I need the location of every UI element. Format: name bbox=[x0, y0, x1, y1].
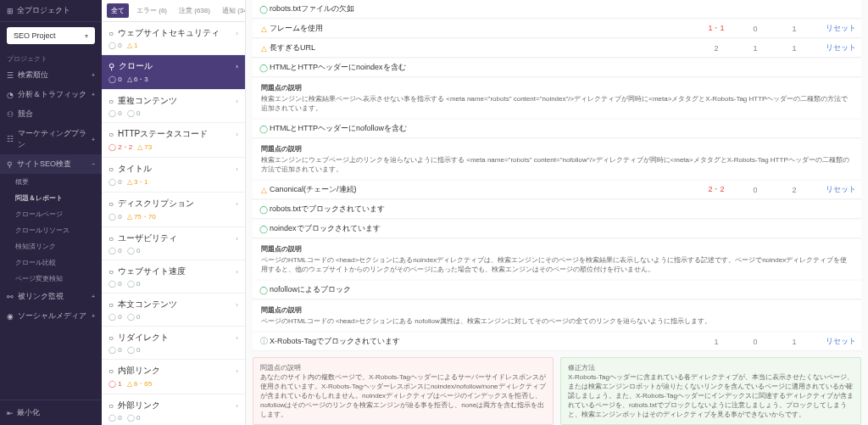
label: マーケティングプラン bbox=[18, 128, 92, 150]
issue-row[interactable]: △長すぎるURL211リセット bbox=[253, 39, 861, 58]
category-item[interactable]: ○リダイレクト›◯ 0◯ 0 bbox=[102, 327, 245, 360]
main-content: ◯robots.txtファイルの欠如 △フレームを使用1・101リセット △長す… bbox=[246, 0, 868, 425]
sidebar-item-rankings[interactable]: ☰検索順位+ bbox=[0, 65, 102, 85]
subitem-page-change[interactable]: ページ変更検知 bbox=[0, 271, 102, 287]
subitem-detected-links[interactable]: 検知済リンク bbox=[0, 238, 102, 254]
category-icon: ○ bbox=[108, 267, 114, 277]
desc-body: 検索エンジンにウェブページ上のリンクを辿らないように指示する <meta nam… bbox=[261, 155, 853, 174]
issue-row[interactable]: ◯HTMLとHTTPヘッダーにnoindexを含む bbox=[253, 59, 861, 77]
tab-all[interactable]: 全て bbox=[107, 3, 129, 18]
category-stats: ◯ 0△ 6・3 bbox=[108, 75, 238, 84]
project-selector[interactable]: SEO Project ▾ bbox=[7, 27, 95, 44]
subitem-crawl-resources[interactable]: クロールリソース bbox=[0, 222, 102, 238]
social-icon: ◉ bbox=[7, 312, 14, 321]
category-label: リダイレクト bbox=[118, 332, 169, 344]
category-item[interactable]: ○内部リンク›◯ 1△ 6・65 bbox=[102, 360, 245, 394]
col-new: 2 bbox=[775, 186, 814, 194]
category-icon: ○ bbox=[108, 97, 114, 106]
issue-title: X-Robots-Tagでブロックされています bbox=[270, 336, 697, 347]
box-title: 問題点の説明 bbox=[260, 363, 546, 372]
category-item[interactable]: ○ウェブサイトセキュリティ›◯ 0△ 1 bbox=[102, 22, 245, 55]
issue-detail-boxes: 問題点の説明あなたのサイト内の複数ページで、X-Robots-Tagヘッダーによ… bbox=[253, 352, 861, 425]
chevron-right-icon: › bbox=[236, 367, 238, 375]
box-body: あなたのサイト内の複数ページで、X-Robots-Tagヘッダーによるサーバーサ… bbox=[260, 372, 546, 419]
col-fixed: 0 bbox=[736, 186, 775, 194]
status-ok-icon: ◯ bbox=[258, 5, 270, 14]
category-item[interactable]: ○外部リンク›◯ 0◯ 0 bbox=[102, 394, 245, 425]
category-item[interactable]: ○ウェブサイト速度›◯ 0◯ 0 bbox=[102, 260, 245, 294]
sidebar-item-analytics[interactable]: ◔分析＆トラフィック+ bbox=[0, 85, 102, 104]
col-new: 1 bbox=[775, 25, 814, 33]
subitem-issues-reports[interactable]: 問題＆レポート bbox=[0, 190, 102, 206]
chevron-right-icon: › bbox=[236, 268, 238, 276]
status-ok-icon: ◯ bbox=[258, 225, 270, 233]
label: 検索順位 bbox=[18, 70, 48, 81]
category-item[interactable]: ○タイトル›◯ 0△ 3・1 bbox=[102, 158, 245, 193]
reset-link[interactable]: リセット bbox=[814, 184, 856, 195]
sidebar-item-competitors[interactable]: ⚇競合 bbox=[0, 104, 102, 124]
col-new: 1 bbox=[775, 44, 814, 53]
sidebar-item-social[interactable]: ◉ソーシャルメディア+ bbox=[0, 306, 102, 326]
issue-row[interactable]: ⓘX-Robots-Tagでブロックされています101リセット bbox=[253, 333, 861, 351]
category-item[interactable]: ○重複コンテンツ›◯ 0◯ 0 bbox=[102, 90, 245, 123]
issue-title: 長すぎるURL bbox=[270, 42, 697, 53]
issue-description: 問題点の説明検索エンジンにウェブページ上のリンクを辿らないように指示する <me… bbox=[253, 139, 861, 179]
category-label: タイトル bbox=[118, 163, 152, 175]
issue-row[interactable]: ◯robots.txtでブロックされています bbox=[253, 200, 861, 219]
category-item[interactable]: ⚲クロール›◯ 0△ 6・3 bbox=[102, 55, 245, 90]
issue-row[interactable]: △フレームを使用1・101リセット bbox=[253, 20, 861, 38]
sidebar: ⊞ 全プロジェクト SEO Project ▾ プロジェクト ☰検索順位+ ◔分… bbox=[0, 0, 102, 425]
sidebar-item-backlinks[interactable]: ⚯被リンク監視+ bbox=[0, 287, 102, 306]
category-panel: 全て エラー (6) 注意 (638) 通知 (349) 完璧 (102) ○ウ… bbox=[102, 0, 246, 425]
desc-title: 問題点の説明 bbox=[261, 244, 853, 254]
label: 被リンク監視 bbox=[18, 291, 64, 302]
category-stats: ◯ 0◯ 0 bbox=[108, 280, 238, 288]
reset-link[interactable]: リセット bbox=[814, 336, 856, 347]
sidebar-item-marketing[interactable]: ☷マーケティングプラン+ bbox=[0, 124, 102, 154]
fix-box: 修正方法X-Robots-Tagヘッダーに含まれている各ディレクティブが、本当に… bbox=[560, 357, 861, 425]
category-item[interactable]: ○HTTPステータスコード›◯ 2・2△ 73 bbox=[102, 123, 245, 158]
col-new: 1 bbox=[775, 338, 814, 346]
chevron-right-icon: › bbox=[236, 165, 238, 173]
tab-notices[interactable]: 通知 (349) bbox=[218, 3, 246, 18]
issue-row[interactable]: △Canonical(チェーン/連続)2・202リセット bbox=[253, 181, 861, 199]
category-stats: ◯ 0◯ 0 bbox=[108, 414, 238, 422]
label: 分析＆トラフィック bbox=[18, 89, 86, 100]
tab-warnings[interactable]: 注意 (638) bbox=[175, 3, 214, 18]
issue-row[interactable]: ◯noindexでブロックされています bbox=[253, 220, 861, 238]
issue-row[interactable]: ◯robots.txtファイルの欠如 bbox=[253, 0, 861, 19]
issue-row[interactable]: ◯nofollowによるブロック bbox=[253, 281, 861, 299]
chevron-right-icon: › bbox=[236, 402, 238, 410]
category-stats: ◯ 0◯ 0 bbox=[108, 346, 238, 354]
category-item[interactable]: ○本文コンテンツ›◯ 0◯ 0 bbox=[102, 294, 245, 327]
category-icon: ○ bbox=[108, 366, 114, 376]
category-label: クロール bbox=[119, 60, 153, 72]
category-item[interactable]: ○ディスクリプション›◯ 0△ 75・70 bbox=[102, 193, 245, 227]
reset-link[interactable]: リセット bbox=[814, 42, 856, 53]
sidebar-item-seo-audit[interactable]: ⚲サイトSEO検査− bbox=[0, 154, 102, 174]
chevron-right-icon: › bbox=[236, 334, 238, 342]
issue-row[interactable]: ◯HTMLとHTTPヘッダーにnofollowを含む bbox=[253, 120, 861, 138]
subitem-overview[interactable]: 概要 bbox=[0, 174, 102, 190]
category-item[interactable]: ○ユーザビリティ›◯ 0◯ 0 bbox=[102, 227, 245, 260]
category-stats: ◯ 0◯ 0 bbox=[108, 313, 238, 321]
chart-icon: ☰ bbox=[7, 71, 14, 80]
desc-title: 問題点の説明 bbox=[261, 83, 853, 92]
status-warn-icon: △ bbox=[258, 44, 270, 53]
status-ok-icon: ◯ bbox=[258, 286, 270, 294]
minimize-button[interactable]: ⇤最小化 bbox=[0, 400, 102, 425]
tab-errors[interactable]: エラー (6) bbox=[132, 3, 171, 18]
all-projects-link[interactable]: ⊞ 全プロジェクト bbox=[0, 0, 102, 22]
subitem-crawl-pages[interactable]: クロールページ bbox=[0, 206, 102, 222]
label: 最小化 bbox=[17, 407, 40, 418]
chevron-right-icon: › bbox=[236, 131, 238, 138]
all-projects-label: 全プロジェクト bbox=[17, 5, 70, 16]
issue-title: nofollowによるブロック bbox=[270, 284, 856, 295]
category-stats: ◯ 0△ 75・70 bbox=[108, 212, 238, 221]
subitem-crawl-compare[interactable]: クロール比較 bbox=[0, 254, 102, 271]
reset-link[interactable]: リセット bbox=[814, 23, 856, 34]
desc-title: 問題点の説明 bbox=[261, 144, 853, 154]
chevron-right-icon: › bbox=[236, 30, 238, 37]
plus-icon: + bbox=[92, 294, 95, 299]
status-warn-icon: △ bbox=[258, 186, 270, 194]
